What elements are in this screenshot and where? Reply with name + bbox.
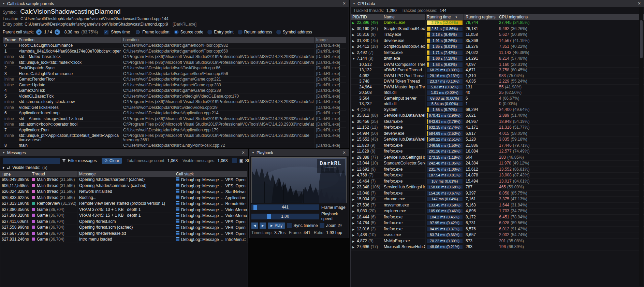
expand-row-icon[interactable]: ▶ — [352, 144, 357, 148]
cpu-row[interactable]: ▶14,784(5)firefox.exe97.95 ms (0.42%)6,7… — [351, 220, 644, 227]
column-header-running-regions[interactable]: Running regions — [464, 14, 497, 20]
cpu-row[interactable]: ▶15,004(8)chrome.exe147 ms (0.64%)7,1613… — [351, 197, 644, 203]
message-row[interactable]: 627,380,356nsGame (36,704)VRAM 37x45: 13… — [0, 207, 248, 213]
column-header-cpu-migrations[interactable]: CPU migrations — [497, 14, 545, 20]
callstack-icon[interactable] — [176, 177, 179, 183]
cpu-row[interactable]: 20,508ntdll.dll1.01 ms (0.00%)4025(62.50… — [351, 90, 644, 96]
callstack-icon[interactable] — [176, 189, 179, 195]
callstack-icon[interactable] — [176, 184, 179, 189]
cpu-row[interactable]: 10,512DWM Compositor Thread1.53 s (6.63%… — [351, 62, 644, 68]
collapse-row-icon[interactable]: ▼ — [352, 57, 357, 61]
message-row[interactable]: 627,411,606nsGame (36,704)Opening /fores… — [0, 219, 248, 225]
radio-icon[interactable] — [238, 30, 243, 34]
callstack-row[interactable]: 4Game::OnTickC:\Users\wolf\Desktop\darkr… — [3, 88, 346, 94]
close-icon[interactable]: ✕ — [637, 1, 642, 6]
expand-row-icon[interactable]: ▶ — [352, 173, 357, 178]
cpu-row[interactable]: ▶15,652(43)ServiceHub.DataWarehou580.22 … — [351, 137, 644, 143]
playback-titlebar[interactable]: ▼ Playback ✕ — [250, 149, 349, 156]
expand-row-icon[interactable]: ▶ — [352, 233, 357, 238]
callstack-row[interactable]: 8mainC:\Users\wolf\Desktop\darkrl\src\En… — [3, 143, 346, 148]
cpu-row[interactable]: 3,564GameInput server69.68 us (0.00%)64(… — [351, 96, 644, 102]
callstack-row[interactable]: 1<lambda_84a19dc444fae966ca174e83e708bdc… — [3, 49, 346, 55]
callstack-row[interactable]: 3Floor::CalcLightNoLuminanceC:\Users\wol… — [3, 71, 346, 77]
messages-titlebar[interactable]: ▼ Messages ✕ — [0, 149, 248, 156]
cpu-row[interactable]: ▶27,536(7)msvsmon.exe133.45 ms (0.58%)5,… — [351, 203, 644, 209]
cpu-row[interactable]: ▶11,828(6)firefox.exe291.26 ms (1.26%)16… — [351, 149, 644, 155]
scrollbar[interactable] — [639, 7, 643, 286]
collapse-icon[interactable]: ▼ — [2, 2, 5, 5]
expand-row-icon[interactable]: ▶ — [352, 51, 357, 56]
clear-button[interactable]: ⊘ Clear — [102, 158, 122, 164]
callstack-row[interactable]: 0Floor::CalcLightNoLuminanceC:\Users\wol… — [3, 43, 346, 49]
cpu-row[interactable]: ▶11,820(9)firefox.exe346.58 ms (1.50%)21… — [351, 143, 644, 149]
expand-row-icon[interactable]: ▶ — [352, 138, 357, 142]
expand-row-icon[interactable]: ▶ — [352, 132, 357, 137]
callstack-icon[interactable] — [176, 219, 179, 225]
callstack-row[interactable]: 6Application::InnerLoopC:\Users\wolf\Des… — [3, 111, 346, 116]
cpu-row[interactable]: ▶22,396(49)DarkRL.exe2.79 s (12.06%)78,7… — [351, 20, 644, 26]
expand-row-icon[interactable]: ▶ — [352, 114, 357, 118]
callstack-row[interactable]: inlinestd::unique_ptr<Application,std::d… — [3, 133, 346, 143]
expand-row-icon[interactable]: ▶ — [352, 197, 357, 202]
playback-speed-slider[interactable]: 1.00 — [251, 214, 319, 219]
visible-threads-row[interactable]: ▶ ⇄ Visible threads: (5) — [0, 165, 248, 171]
close-icon[interactable]: ✕ — [241, 150, 246, 155]
cpu-row[interactable]: ▶13,048(7)firefox.exe154.28 ms (0.67%)9,… — [351, 191, 644, 197]
expand-row-icon[interactable]: ▶ — [352, 27, 357, 32]
close-icon[interactable]: ✕ — [342, 150, 347, 155]
step-back-button[interactable]: ◀ — [251, 223, 258, 229]
cpu-row[interactable]: ▶14,984(50)devenv.exe584.69 ms (2.53%)6,… — [351, 131, 644, 137]
callstack-titlebar[interactable]: ▼ Call stack sample parents ✕ — [0, 0, 349, 7]
callstack-icon[interactable] — [176, 237, 179, 242]
message-row[interactable]: 627,558,996nsGame (36,704)Opening /fores… — [0, 225, 248, 231]
next-parent-button[interactable]: ▶ — [55, 29, 60, 35]
callstack-row[interactable]: inlinestd::chrono::steady_clock::nowC:\P… — [3, 99, 346, 105]
sync-timeline-checkbox[interactable] — [287, 223, 292, 228]
expand-row-icon[interactable]: ▶ — [352, 221, 357, 226]
frame-location-radio-symbol-address[interactable]: Symbol address — [276, 30, 312, 34]
frame-location-radio-source-code[interactable]: Source code — [174, 30, 203, 34]
callstack-row[interactable]: inlineGame::RenderFloorC:\Users\wolf\Des… — [3, 77, 346, 83]
message-row[interactable]: 627,667,736nsGame (36,704)Opening /meta/… — [0, 231, 248, 237]
cpu-row[interactable]: ▶4,768(7)firefox.exe187.54 ms (0.81%)14,… — [351, 173, 644, 179]
cpu-row[interactable]: ▶2,492(7)firefox.exe1.71 s (7.42%)24,022… — [351, 50, 644, 56]
frame-image-slider[interactable]: 441 — [251, 204, 319, 210]
expand-row-icon[interactable]: ▶ — [352, 149, 357, 154]
show-time-checkbox[interactable] — [104, 30, 108, 34]
callstack-row[interactable]: inlinestd::atomic<bool>::operator boolC:… — [3, 122, 346, 128]
cpu-row[interactable]: 13,132uDWM Event Thread68.29 ms (0.30%)4… — [351, 68, 644, 73]
column-header-location[interactable]: Location — [121, 37, 314, 43]
expand-row-icon[interactable]: ▶ — [352, 215, 357, 220]
cpu-row[interactable]: ▶4(126)System1.55 s (6.70%)69,29434,400(… — [351, 107, 644, 113]
cpu-row[interactable]: ▶27,696(17)Microsoft.ServiceHub.Co48.06 … — [351, 244, 644, 250]
cpu-row[interactable]: 4,092DWM LPC Port Thread29.16 ms (0.13%)… — [351, 73, 644, 79]
cpu-row[interactable]: 24,964DWM Master Input Thread5.03 ms (0.… — [351, 85, 644, 90]
cpu-row[interactable]: ▶29,388(77)ServiceHub.SettingsHost273.15… — [351, 155, 644, 161]
callstack-row[interactable]: inlineVideo::GetTicksHiResC:\Users\wolf\… — [3, 105, 346, 111]
cpu-row[interactable]: ▶10,316(9)Tracy.exe2.18 s (9.45%)11,0585… — [351, 32, 644, 38]
collapse-icon[interactable]: ▼ — [353, 2, 355, 5]
callstack-row[interactable]: 5VideoGLBase::TickC:\Users\wolf\Desktop\… — [3, 94, 346, 100]
cpu-row[interactable]: ▶18,444(6)firefox.exe104.2 ms (0.45%)8,1… — [351, 215, 644, 221]
callstack-row[interactable]: inlineGame::UpdateC:\Users\wolf\Desktop\… — [3, 83, 346, 88]
cpu-row[interactable]: ▶12,692(9)firefox.exe231.76 ms (1.00%)15… — [351, 167, 644, 173]
filter-input[interactable] — [3, 158, 60, 164]
callstack-icon[interactable] — [176, 201, 179, 206]
expand-row-icon[interactable]: ▶ — [352, 39, 357, 44]
callstack-row[interactable]: inlinestd::unique_lock<std::mutex>::lock… — [3, 60, 346, 66]
cpu-row[interactable]: ▶13,044(10)StandardCollector.Servic242.4… — [351, 161, 644, 167]
radio-icon[interactable] — [174, 30, 179, 34]
column-header-image[interactable]: Image — [314, 37, 346, 43]
expand-row-icon[interactable]: ▶ — [352, 209, 357, 214]
expand-row-icon[interactable]: ▶ — [352, 203, 357, 208]
message-row[interactable]: 627,831,246nsGame (36,704)Intro menu loa… — [0, 237, 248, 243]
column-header-name[interactable]: Name — [382, 14, 426, 20]
cpu-row[interactable]: ▶4,872(9)MsMpEng.exe70.22 ms (0.30%)5732… — [351, 239, 644, 245]
expand-row-icon[interactable]: ▶ — [352, 191, 357, 196]
expand-row-icon[interactable]: ▶ — [352, 108, 357, 113]
column-header-time[interactable]: Time — [0, 171, 30, 177]
expand-row-icon[interactable]: ▶ — [352, 245, 357, 250]
expand-row-icon[interactable]: ▶ — [352, 161, 357, 166]
play-button[interactable]: ▶ Play — [268, 223, 285, 229]
expand-row-icon[interactable]: ▶ — [352, 120, 357, 125]
